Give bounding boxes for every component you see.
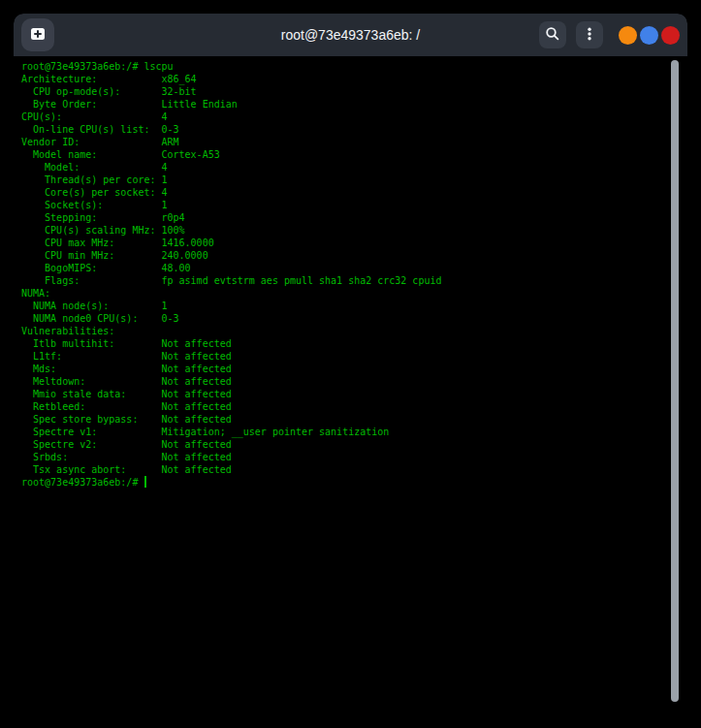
terminal-screen[interactable]: root@73e49373a6eb:/# lscpu Architecture:…	[14, 56, 687, 714]
terminal-line: Model name: Cortex-A53	[21, 148, 680, 161]
search-icon	[544, 25, 561, 46]
terminal-line: Itlb multihit: Not affected	[21, 337, 680, 350]
scrollbar-thumb[interactable]	[671, 60, 679, 702]
window-control-minimize[interactable]	[619, 26, 637, 45]
terminal-line: CPU op-mode(s): 32-bit	[21, 85, 680, 98]
terminal-line: Retbleed: Not affected	[21, 400, 680, 413]
terminal-line: CPU(s): 4	[21, 111, 680, 123]
terminal-line: Stepping: r0p4	[21, 211, 680, 224]
terminal-line: BogoMIPS: 48.00	[21, 262, 680, 274]
kebab-menu-icon	[581, 25, 598, 46]
terminal-line: NUMA:	[21, 287, 680, 300]
desktop-background: root@73e49373a6eb: /	[0, 0, 701, 728]
titlebar[interactable]: root@73e49373a6eb: /	[14, 14, 687, 56]
terminal-line: NUMA node0 CPU(s): 0-3	[21, 312, 680, 325]
terminal-line: Thread(s) per core: 1	[21, 174, 680, 186]
terminal-line: Flags: fp asimd evtstrm aes pmull sha1 s…	[21, 274, 680, 287]
terminal-line: On-line CPU(s) list: 0-3	[21, 123, 680, 136]
terminal-line: Vendor ID: ARM	[21, 136, 680, 148]
terminal-line: Vulnerabilities:	[21, 325, 680, 337]
terminal-line: Spectre v2: Not affected	[21, 438, 680, 451]
terminal-line: Tsx async abort: Not affected	[21, 463, 680, 476]
terminal-line: Architecture: x86_64	[21, 73, 680, 85]
window-controls	[619, 26, 680, 45]
terminal-line: Srbds: Not affected	[21, 451, 680, 463]
terminal-line: CPU(s) scaling MHz: 100%	[21, 224, 680, 237]
new-tab-icon	[28, 24, 48, 47]
text-cursor	[144, 476, 146, 488]
search-button[interactable]	[539, 21, 566, 48]
terminal-line: L1tf: Not affected	[21, 350, 680, 363]
terminal-window: root@73e49373a6eb: /	[14, 14, 687, 714]
terminal-line: Core(s) per socket: 4	[21, 186, 680, 199]
terminal-line: Model: 4	[21, 161, 680, 174]
terminal-line: Spec store bypass: Not affected	[21, 413, 680, 426]
terminal-line: Mmio stale data: Not affected	[21, 388, 680, 400]
terminal-line: CPU min MHz: 240.0000	[21, 249, 680, 262]
terminal-line: Socket(s): 1	[21, 199, 680, 211]
terminal-line: Byte Order: Little Endian	[21, 98, 680, 111]
window-control-close[interactable]	[661, 26, 680, 45]
terminal-line: NUMA node(s): 1	[21, 300, 680, 312]
terminal-line: Spectre v1: Mitigation; __user pointer s…	[21, 426, 680, 438]
terminal-line: Mds: Not affected	[21, 363, 680, 375]
terminal-line: root@73e49373a6eb:/# lscpu	[21, 60, 680, 73]
menu-button[interactable]	[576, 21, 603, 48]
terminal-line: Meltdown: Not affected	[21, 375, 680, 388]
new-tab-button[interactable]	[21, 18, 54, 51]
terminal-line: CPU max MHz: 1416.0000	[21, 237, 680, 249]
titlebar-actions	[539, 21, 680, 48]
prompt-text: root@73e49373a6eb:/#	[21, 477, 143, 488]
window-control-maximize[interactable]	[640, 26, 658, 45]
terminal-prompt-line: root@73e49373a6eb:/#	[21, 476, 680, 489]
